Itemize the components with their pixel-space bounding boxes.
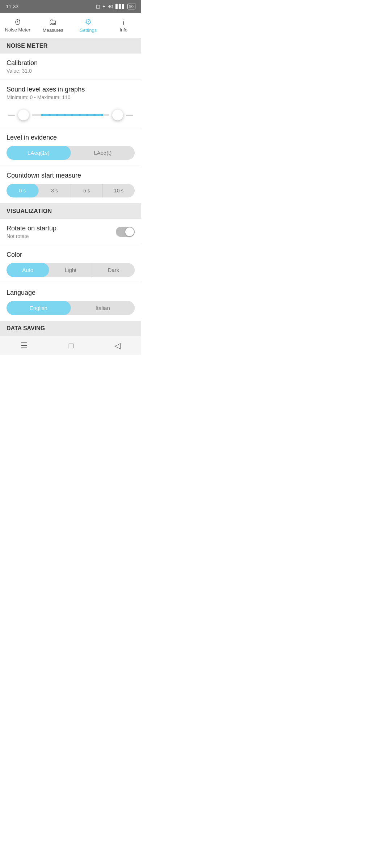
tick-1	[41, 114, 43, 116]
countdown-5s-btn[interactable]: 5 s	[71, 184, 103, 197]
level-laeqt-btn[interactable]: LAeq(t)	[71, 146, 135, 160]
slider-ticks	[41, 114, 103, 116]
back-button[interactable]: ◁	[107, 338, 128, 353]
color-title: Color	[7, 251, 135, 259]
status-bar: 11:33 ◫ ✦ 4G ▋▋▋ 90	[0, 0, 141, 13]
color-row: Color Auto Light Dark	[0, 245, 141, 283]
tick-5	[71, 114, 73, 116]
tab-measures-label: Measures	[43, 27, 63, 33]
color-control: Auto Light Dark	[7, 263, 135, 277]
level-evidence-control: LAeq(1s) LAeq(t)	[7, 146, 135, 160]
noise-meter-section-header: NOISE METER	[0, 38, 141, 54]
sound-level-row: Sound level axes in graphs Minimum: 0 - …	[0, 80, 141, 106]
menu-button[interactable]: ☰	[13, 338, 35, 353]
language-control: English Italian	[7, 301, 135, 315]
level-evidence-row: Level in evidence LAeq(1s) LAeq(t)	[0, 128, 141, 166]
slider-right-line	[126, 115, 133, 116]
battery-icon: 90	[127, 4, 135, 9]
tab-bar: ⏱ Noise Meter 🗂 Measures ⚙ Settings i In…	[0, 13, 141, 38]
level-evidence-title: Level in evidence	[7, 134, 135, 141]
tab-measures[interactable]: 🗂 Measures	[35, 13, 71, 38]
language-english-btn[interactable]: English	[7, 301, 71, 315]
folder-icon: 🗂	[49, 18, 57, 26]
signal-icon: ▋▋▋	[115, 4, 125, 9]
calibration-title: Calibration	[7, 59, 135, 67]
vibrate-icon: ◫	[96, 4, 100, 9]
slider-left-thumb[interactable]	[18, 110, 29, 120]
sound-level-slider-container	[0, 106, 141, 128]
bluetooth-icon: ✦	[102, 4, 106, 9]
countdown-title: Countdown start measure	[7, 172, 135, 179]
countdown-3s-btn[interactable]: 3 s	[39, 184, 71, 197]
color-light-btn[interactable]: Light	[49, 263, 92, 277]
rotate-startup-row: Rotate on startup Not rotate	[0, 219, 141, 245]
countdown-row: Countdown start measure 0 s 3 s 5 s 10 s	[0, 166, 141, 204]
color-auto-btn[interactable]: Auto	[7, 263, 49, 277]
gear-icon: ⚙	[85, 18, 92, 26]
language-title: Language	[7, 289, 135, 297]
slider-track[interactable]	[32, 114, 109, 116]
tick-4	[64, 114, 66, 116]
tab-settings[interactable]: ⚙ Settings	[71, 13, 106, 38]
rotate-startup-subtitle: Not rotate	[7, 233, 56, 239]
info-icon: i	[122, 18, 125, 26]
calibration-row: Calibration Value: 31.0	[0, 54, 141, 80]
tab-info-label: Info	[119, 27, 127, 33]
tick-9	[101, 114, 103, 116]
tab-info[interactable]: i Info	[106, 13, 142, 38]
tick-2	[49, 114, 51, 116]
tick-8	[93, 114, 96, 116]
toggle-knob	[125, 227, 134, 236]
language-italian-btn[interactable]: Italian	[71, 301, 135, 315]
tick-6	[79, 114, 81, 116]
rotate-startup-toggle[interactable]	[116, 227, 135, 237]
countdown-0s-btn[interactable]: 0 s	[7, 184, 39, 197]
home-button[interactable]: □	[62, 338, 81, 353]
status-icons: ◫ ✦ 4G ▋▋▋ 90	[96, 4, 135, 9]
tab-settings-label: Settings	[80, 27, 97, 33]
tab-noise-meter-label: Noise Meter	[5, 27, 30, 33]
countdown-10s-btn[interactable]: 10 s	[103, 184, 135, 197]
bottom-navigation: ☰ □ ◁	[0, 336, 141, 355]
visualization-section-header: VISUALIZATION	[0, 204, 141, 219]
countdown-control: 0 s 3 s 5 s 10 s	[7, 184, 135, 197]
sound-level-title: Sound level axes in graphs	[7, 86, 135, 93]
rotate-startup-title: Rotate on startup	[7, 225, 56, 232]
data-saving-section-header: DATA SAVING	[0, 321, 141, 336]
language-row: Language English Italian	[0, 283, 141, 321]
slider-left-line	[8, 115, 15, 116]
calibration-subtitle: Value: 31.0	[7, 68, 135, 74]
network-icon: 4G	[108, 4, 113, 9]
speedometer-icon: ⏱	[14, 18, 21, 26]
tick-7	[86, 114, 88, 116]
sound-level-subtitle: Minimum: 0 - Maximum: 110	[7, 94, 135, 100]
status-time: 11:33	[6, 4, 18, 9]
slider-right-thumb[interactable]	[112, 110, 123, 120]
level-laeq1s-btn[interactable]: LAeq(1s)	[7, 146, 71, 160]
color-dark-btn[interactable]: Dark	[92, 263, 135, 277]
tick-3	[56, 114, 58, 116]
tab-noise-meter[interactable]: ⏱ Noise Meter	[0, 13, 35, 38]
